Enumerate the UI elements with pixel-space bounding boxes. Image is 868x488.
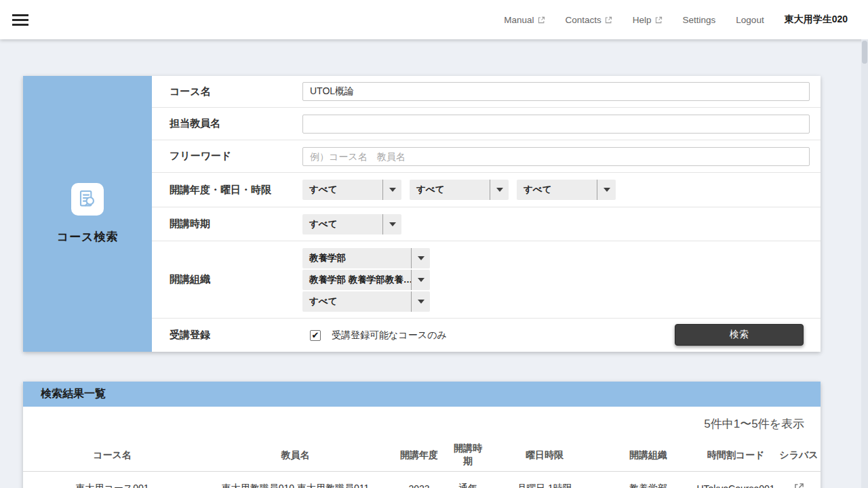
external-link-icon [655, 16, 663, 24]
course-name-label: コース名 [170, 85, 302, 98]
chevron-down-icon [382, 214, 401, 235]
course-search-icon [71, 183, 104, 216]
column-header-instructor: 教員名 [201, 439, 389, 471]
row-year: 2023 [389, 471, 449, 488]
chevron-down-icon [411, 248, 430, 268]
course-search-form: コース名 担当教員名 フリーワード 開講年度・曜日・時限 すべて すべて [152, 76, 821, 352]
organization-row: 開講組織 教養学部 教養学部 教養学部教養… すべて [152, 241, 821, 319]
search-results-title: 検索結果一覧 [41, 387, 106, 401]
external-link-icon [605, 16, 612, 24]
course-name-input[interactable] [302, 82, 810, 101]
day-select[interactable]: すべて [410, 180, 509, 200]
course-search-title: コース検索 [57, 229, 119, 245]
period-select[interactable]: すべて [517, 180, 616, 200]
organization-label: 開講組織 [170, 273, 302, 286]
hamburger-menu-icon[interactable] [12, 12, 28, 28]
top-header-bar: Manual Contacts Help Settings Logout 東大用… [0, 0, 868, 39]
row-timetable-code: UTokyoCourse001 [694, 471, 777, 488]
column-header-code: 時間割コード [694, 439, 777, 471]
freeword-label: フリーワード [170, 150, 302, 163]
row-day-period: 月曜日 1時限 [487, 471, 602, 488]
term-select-value: すべて [302, 218, 382, 230]
chevron-down-icon [597, 180, 616, 200]
row-instructor-names: 東大用教職員010 東大用教職員011 [201, 471, 389, 488]
search-results-panel: 検索結果一覧 5件中1〜5件を表示 コース名 教員名 開講年度 開講時期 曜日時… [23, 382, 821, 488]
nav-logout-link[interactable]: Logout [736, 15, 764, 25]
page-scrollbar-track[interactable] [861, 39, 868, 488]
row-term: 通年 [449, 471, 487, 488]
year-day-period-label: 開講年度・曜日・時限 [170, 184, 302, 197]
row-course-name[interactable]: 東大用コース001 [23, 471, 201, 488]
nav-settings-link[interactable]: Settings [683, 15, 716, 25]
column-header-syllabus: シラバス [777, 439, 821, 471]
top-navigation: Manual Contacts Help Settings Logout 東大用… [484, 14, 868, 26]
registration-checkbox[interactable]: ✔ [310, 330, 321, 341]
column-header-day-period: 曜日時限 [487, 439, 602, 471]
organization-select-3[interactable]: すべて [302, 291, 430, 312]
row-syllabus-cell [777, 471, 821, 488]
course-search-panel: コース検索 コース名 担当教員名 フリーワード 開講年度・曜日・時限 すべて す… [23, 76, 821, 352]
column-header-year: 開講年度 [389, 439, 449, 471]
nav-settings-label: Settings [683, 15, 716, 25]
nav-help-label: Help [633, 15, 652, 25]
column-header-term: 開講時期 [449, 439, 487, 471]
term-select[interactable]: すべて [302, 214, 401, 235]
registration-checkbox-label: 受講登録可能なコースのみ [332, 329, 447, 342]
column-header-course: コース名 [23, 439, 201, 471]
chevron-down-icon [411, 291, 430, 312]
freeword-input[interactable] [302, 147, 810, 166]
table-row: 東大用コース001 東大用教職員010 東大用教職員011 2023 通年 月曜… [23, 471, 821, 488]
nav-manual-label: Manual [504, 15, 534, 25]
day-select-value: すべて [410, 184, 490, 196]
course-name-row: コース名 [152, 76, 821, 108]
nav-contacts-label: Contacts [566, 15, 601, 25]
organization-select-2[interactable]: 教養学部 教養学部教養… [302, 270, 430, 290]
search-button[interactable]: 検索 [675, 324, 804, 346]
chevron-down-icon [490, 180, 509, 200]
page-scrollbar-thumb[interactable] [862, 41, 867, 64]
instructor-name-input[interactable] [302, 115, 810, 134]
registration-checkbox-wrap: ✔ 受講登録可能なコースのみ [310, 329, 447, 342]
registration-label: 受講登録 [170, 329, 302, 342]
organization-select-1[interactable]: 教養学部 [302, 248, 430, 268]
nav-logout-label: Logout [736, 15, 764, 25]
external-link-icon [538, 16, 545, 24]
chevron-down-icon [382, 180, 401, 200]
freeword-row: フリーワード [152, 140, 821, 173]
course-search-sidebar: コース検索 [23, 76, 152, 352]
results-count-text: 5件中1〜5件を表示 [23, 407, 821, 439]
results-table: コース名 教員名 開講年度 開講時期 曜日時限 開講組織 時間割コード シラバス… [23, 439, 821, 488]
nav-help-link[interactable]: Help [633, 15, 663, 25]
year-select-value: すべて [302, 184, 382, 196]
current-username: 東大用学生020 [785, 14, 848, 26]
row-organization: 教養学部 [602, 471, 694, 488]
organization-select-2-value: 教養学部 教養学部教養… [302, 274, 411, 286]
year-select[interactable]: すべて [302, 180, 401, 200]
registration-row: 受講登録 ✔ 受講登録可能なコースのみ 検索 [152, 319, 821, 352]
organization-select-1-value: 教養学部 [302, 252, 411, 264]
chevron-down-icon [411, 270, 430, 290]
results-table-header-row: コース名 教員名 開講年度 開講時期 曜日時限 開講組織 時間割コード シラバス [23, 439, 821, 471]
syllabus-external-link-icon[interactable] [794, 483, 804, 488]
column-header-org: 開講組織 [602, 439, 694, 471]
term-row: 開講時期 すべて [152, 207, 821, 241]
checkmark-icon: ✔ [312, 331, 319, 340]
nav-contacts-link[interactable]: Contacts [566, 15, 612, 25]
instructor-name-label: 担当教員名 [170, 117, 302, 130]
organization-select-3-value: すべて [302, 296, 411, 308]
term-label: 開講時期 [170, 218, 302, 230]
instructor-name-row: 担当教員名 [152, 108, 821, 140]
nav-manual-link[interactable]: Manual [504, 15, 545, 25]
period-select-value: すべて [517, 184, 597, 196]
search-results-header: 検索結果一覧 [23, 382, 821, 407]
year-day-period-row: 開講年度・曜日・時限 すべて すべて すべて [152, 173, 821, 207]
